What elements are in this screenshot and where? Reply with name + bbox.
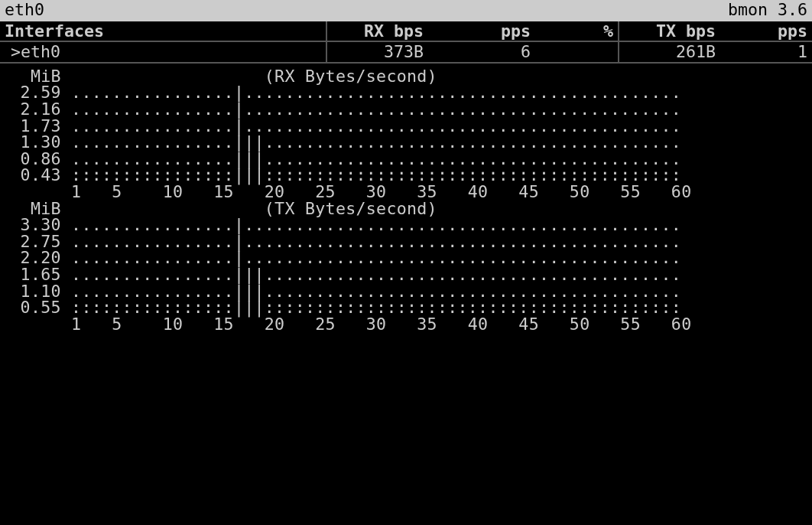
cell-rx: 373B 6 [327,42,619,62]
cell-tx: 261B 1 [619,42,812,62]
chart-tx: MiB (TX Bytes/second) 3.30 .............… [0,201,812,333]
charts-area: MiB (RX Bytes/second) 2.59 .............… [0,64,812,333]
title-bar: eth0 bmon 3.6 [0,0,812,21]
table-row[interactable]: >eth0 373B 6 261B 1 [0,42,812,64]
cell-interface: >eth0 [0,42,327,62]
chart-rx: MiB (RX Bytes/second) 2.59 .............… [0,68,812,201]
table-header: Interfaces RX bps pps % TX bps pps [0,21,812,43]
col-header-rx: RX bps pps % [327,21,619,41]
col-header-interfaces: Interfaces [0,21,327,41]
title-right: bmon 3.6 [728,2,807,18]
title-left: eth0 [5,2,44,18]
col-header-tx: TX bps pps [619,21,812,41]
